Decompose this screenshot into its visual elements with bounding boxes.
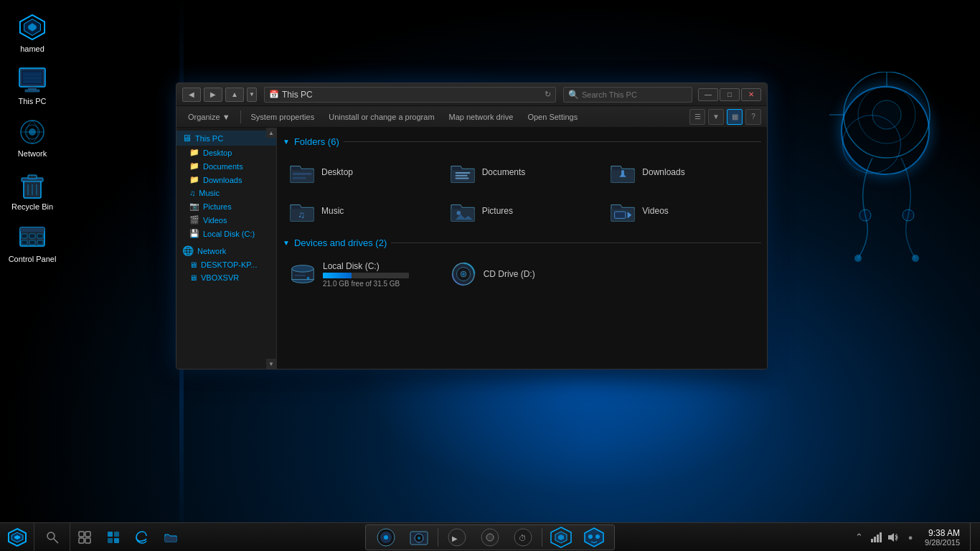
- svg-point-53: [307, 277, 310, 280]
- sidebar-item-desktop[interactable]: 📁 Desktop: [176, 146, 276, 159]
- search-icon: 🔍: [568, 90, 579, 100]
- sidebar-item-this-pc[interactable]: 🖥 This PC: [176, 131, 276, 146]
- minimize-button[interactable]: —: [698, 88, 718, 101]
- dock-item-2[interactable]: [403, 526, 435, 549]
- svg-rect-69: [114, 532, 119, 537]
- drives-chevron[interactable]: ▼: [283, 239, 290, 247]
- explorer-window: ◀ ▶ ▲ ▼ 📅 This PC ↻ 🔍 — □ ✕ Organize ▼: [176, 83, 768, 369]
- folder-item-pictures[interactable]: Pictures: [443, 193, 601, 229]
- sidebar-scroll-up[interactable]: ▲: [266, 128, 276, 138]
- folder-item-downloads[interactable]: Downloads: [603, 154, 761, 190]
- back-button[interactable]: ◀: [182, 88, 201, 102]
- sidebar-item-desktop-kp[interactable]: 🖥 DESKTOP-KP...: [176, 258, 276, 271]
- sidebar-item-local-disk[interactable]: 💾 Local Disk (C:): [176, 227, 276, 240]
- up-button[interactable]: ▲: [225, 88, 244, 102]
- address-bar[interactable]: 📅 This PC ↻: [264, 87, 556, 103]
- desktop-icon-recycle-bin[interactable]: Recycle Bin: [4, 165, 61, 217]
- help-button[interactable]: ?: [745, 109, 761, 125]
- organize-button[interactable]: Organize ▼: [182, 110, 236, 123]
- nav-dropdown[interactable]: ▼: [247, 88, 257, 102]
- dock-item-alienware[interactable]: [545, 526, 577, 549]
- desktop-icon-hamed[interactable]: hamed: [4, 7, 61, 60]
- taskbar-dock: ▶ ⏱: [365, 524, 615, 550]
- sidebar: ▲ 🖥 This PC 📁 Desktop 📁 Documents 📁 Down…: [176, 128, 277, 369]
- svg-marker-88: [585, 528, 603, 547]
- file-explorer-taskbar-button[interactable]: [156, 523, 185, 551]
- maximize-button[interactable]: □: [720, 88, 740, 101]
- svg-rect-44: [621, 170, 624, 176]
- folder-videos-icon: [609, 197, 636, 225]
- search-input[interactable]: [582, 90, 687, 99]
- close-button[interactable]: ✕: [741, 88, 761, 101]
- hamed-icon-label: hamed: [20, 44, 44, 54]
- svg-rect-48: [615, 212, 626, 218]
- dock-item-alienhead[interactable]: [578, 526, 610, 549]
- folder-music-label: Music: [321, 206, 344, 216]
- desktop-sidebar-icon: 📁: [189, 148, 199, 157]
- sidebar-item-downloads[interactable]: 📁 Downloads: [176, 173, 276, 187]
- folders-chevron[interactable]: ▼: [283, 138, 290, 146]
- sidebar-item-videos[interactable]: 🎬 Videos: [176, 213, 276, 227]
- search-bar[interactable]: 🔍: [563, 87, 692, 103]
- network-sidebar-icon: 🌐: [182, 245, 194, 256]
- refresh-button[interactable]: ↻: [545, 90, 551, 99]
- toolbar-divider-1: [240, 110, 241, 123]
- sidebar-item-vboxsvr[interactable]: 🖥 VBOXSVR: [176, 271, 276, 284]
- uninstall-button[interactable]: Uninstall or change a program: [323, 110, 440, 123]
- system-properties-button[interactable]: System properties: [245, 110, 321, 123]
- task-view-button[interactable]: [70, 523, 99, 551]
- sidebar-item-pictures[interactable]: 📷 Pictures: [176, 199, 276, 213]
- open-settings-button[interactable]: Open Settings: [522, 110, 583, 123]
- folder-item-desktop[interactable]: Desktop: [283, 154, 440, 190]
- folders-section-header: ▼ Folders (6): [283, 136, 761, 147]
- file-content: ▼ Folders (6) Desktop: [277, 128, 767, 369]
- desktop-icon-network[interactable]: Network: [4, 112, 61, 164]
- svg-point-8: [912, 255, 919, 262]
- tray-volume-icon[interactable]: [886, 530, 900, 545]
- edge-button[interactable]: [128, 523, 156, 551]
- sidebar-item-network[interactable]: 🌐 Network: [176, 243, 276, 258]
- local-disk-icon: [288, 260, 317, 288]
- dock-divider-2: [542, 528, 542, 547]
- view-list-button[interactable]: ☰: [689, 109, 705, 125]
- sidebar-scroll-down[interactable]: ▼: [266, 359, 276, 369]
- show-desktop-button[interactable]: [970, 523, 974, 551]
- drive-item-d[interactable]: CD Drive (D:): [443, 255, 601, 293]
- tray-chevron[interactable]: ⌃: [852, 530, 866, 545]
- svg-point-82: [486, 534, 494, 541]
- view-tiles-button[interactable]: ▦: [727, 109, 743, 125]
- start-button[interactable]: [0, 523, 34, 551]
- svg-rect-92: [874, 537, 876, 542]
- dock-item-1[interactable]: [370, 526, 402, 549]
- system-clock[interactable]: 9:38 AM 9/28/2015: [920, 528, 964, 547]
- desktop-icon-this-pc[interactable]: This PC: [4, 60, 61, 112]
- dock-item-5[interactable]: ⏱: [507, 526, 539, 549]
- tray-extra-icon[interactable]: ●: [903, 530, 918, 545]
- svg-rect-70: [108, 538, 113, 543]
- svg-point-52: [292, 265, 314, 273]
- folder-item-documents[interactable]: Documents: [443, 154, 601, 190]
- sidebar-item-music[interactable]: ♫ Music: [176, 187, 276, 199]
- network-icon: [18, 118, 47, 146]
- control-panel-icon-label: Control Panel: [9, 255, 57, 264]
- folder-downloads-label: Downloads: [642, 167, 684, 177]
- dock-item-4[interactable]: [474, 526, 506, 549]
- sidebar-item-documents[interactable]: 📁 Documents: [176, 159, 276, 173]
- folder-item-music[interactable]: ♫ Music: [283, 193, 440, 229]
- desktop-icon-control-panel[interactable]: Control Panel: [4, 217, 61, 270]
- folder-item-videos[interactable]: Videos: [603, 193, 761, 229]
- view-dropdown-button[interactable]: ▼: [708, 109, 724, 125]
- svg-rect-36: [29, 240, 35, 245]
- forward-button[interactable]: ▶: [204, 88, 222, 102]
- store-button[interactable]: [99, 523, 128, 551]
- folder-grid: Desktop Documents: [283, 154, 761, 229]
- dock-item-3[interactable]: ▶: [441, 526, 473, 549]
- local-disk-info: Local Disk (C:) 21.0 GB free of 31.5 GB: [323, 261, 435, 288]
- tray-network-icon[interactable]: [869, 530, 883, 545]
- svg-rect-38: [293, 173, 312, 175]
- drive-item-c[interactable]: Local Disk (C:) 21.0 GB free of 31.5 GB: [283, 255, 440, 293]
- map-network-button[interactable]: Map network drive: [443, 110, 519, 123]
- svg-point-58: [462, 273, 465, 276]
- title-bar-left: ◀ ▶ ▲ ▼ 📅 This PC ↻ 🔍: [182, 87, 692, 103]
- taskbar-search-button[interactable]: [34, 523, 70, 551]
